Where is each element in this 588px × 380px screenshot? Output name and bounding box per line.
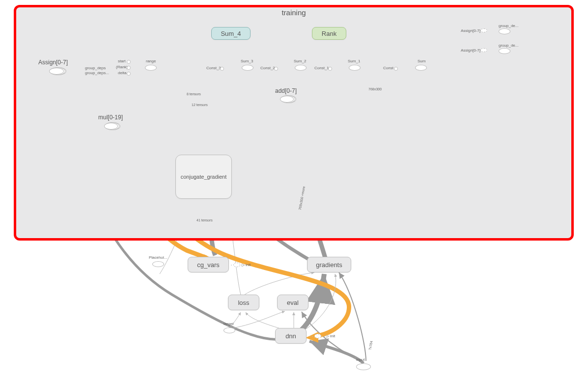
sidebar-assign2-oval bbox=[480, 48, 487, 52]
dashed-oval-dnn bbox=[314, 334, 321, 338]
node-loss[interactable]: loss bbox=[228, 295, 259, 310]
label-start: start bbox=[118, 59, 126, 63]
label-const3: Const_3 bbox=[206, 66, 221, 70]
label-placeholder: Placehol... bbox=[149, 255, 167, 260]
label-input: input bbox=[356, 357, 364, 362]
node-cg-vars[interactable]: cg_vars bbox=[188, 257, 229, 272]
node-add[interactable] bbox=[280, 96, 294, 103]
node-gradients[interactable]: gradients bbox=[307, 257, 351, 272]
sidebar-assign1-oval bbox=[480, 28, 487, 32]
node-target[interactable] bbox=[224, 327, 235, 333]
node-sum[interactable] bbox=[415, 65, 427, 71]
node-assign[interactable] bbox=[49, 68, 64, 75]
node-add-label: add[0-7] bbox=[275, 87, 297, 94]
edge-label-t12: 12 tensors bbox=[192, 103, 208, 107]
dashed-oval-cgvars bbox=[233, 263, 240, 267]
node-label: dnn bbox=[285, 332, 296, 340]
node-sum3[interactable] bbox=[242, 65, 253, 71]
dot-const2 bbox=[274, 67, 278, 71]
node-eval[interactable]: eval bbox=[277, 295, 308, 310]
node-sum2[interactable] bbox=[295, 65, 307, 71]
edge-label-x300: 768x300 bbox=[368, 87, 382, 91]
label-const2: Const_2 bbox=[260, 66, 275, 70]
node-label: Sum_4 bbox=[221, 30, 241, 37]
dot-const3 bbox=[220, 67, 224, 71]
node-range[interactable] bbox=[145, 65, 157, 71]
label-sum1: Sum_1 bbox=[348, 59, 360, 63]
node-label: cg_vars bbox=[197, 261, 220, 269]
node-label: gradients bbox=[316, 261, 342, 269]
edge-label-t41: 41 tensors bbox=[196, 218, 213, 222]
label-sum: Sum bbox=[418, 59, 425, 63]
node-label: loss bbox=[238, 299, 249, 306]
label-group-deps2: group_deps... bbox=[85, 71, 109, 75]
node-conjugate-gradient[interactable]: conjugate_gradient bbox=[175, 155, 232, 199]
node-label: Rank bbox=[322, 30, 336, 37]
dot-rank bbox=[127, 66, 131, 70]
label-init2: init bbox=[330, 334, 335, 338]
node-input[interactable] bbox=[356, 363, 371, 370]
label-const: Const bbox=[383, 66, 393, 70]
sidebar-assign2: Assign[0-7] bbox=[461, 48, 480, 53]
node-dnn[interactable]: dnn bbox=[275, 328, 307, 344]
sidebar-group2: group_de... bbox=[499, 43, 518, 48]
dot-const bbox=[394, 67, 398, 71]
dot-const1 bbox=[328, 67, 332, 71]
sidebar-group2-oval[interactable] bbox=[499, 48, 510, 54]
node-sum1[interactable] bbox=[349, 65, 361, 71]
sidebar-group1-oval[interactable] bbox=[499, 28, 510, 34]
node-mul[interactable] bbox=[104, 123, 118, 130]
label-init: init bbox=[246, 263, 251, 267]
node-sum4[interactable]: Sum_4 bbox=[211, 27, 251, 40]
label-target: target bbox=[224, 322, 233, 326]
node-assign-label: Assign[0-7] bbox=[38, 59, 68, 66]
node-mul-label: mul[0-19] bbox=[98, 114, 123, 121]
sidebar-assign1: Assign[0-7] bbox=[461, 28, 480, 33]
node-rank[interactable]: Rank bbox=[312, 27, 346, 40]
dot-delta bbox=[127, 72, 131, 76]
node-placeholder[interactable] bbox=[152, 261, 164, 267]
label-sum3: Sum_3 bbox=[241, 59, 253, 63]
label-rank-in: (Rank) bbox=[116, 65, 128, 69]
label-delta: delta bbox=[118, 71, 126, 75]
sidebar-group1: group_de... bbox=[499, 24, 518, 28]
dot-start bbox=[127, 60, 131, 64]
label-sum2: Sum_2 bbox=[294, 59, 306, 63]
label-range: range bbox=[146, 59, 156, 63]
label-const1: Const_1 bbox=[314, 66, 329, 70]
edge-label-t8a: 8 tensors bbox=[187, 92, 201, 96]
node-label: eval bbox=[287, 299, 299, 306]
training-panel: training bbox=[14, 5, 574, 241]
label-group-deps: group_deps bbox=[85, 66, 106, 70]
panel-title: training bbox=[281, 8, 306, 17]
edge-label-x784: ?x784 bbox=[368, 340, 373, 350]
node-label: conjugate_gradient bbox=[181, 174, 227, 180]
